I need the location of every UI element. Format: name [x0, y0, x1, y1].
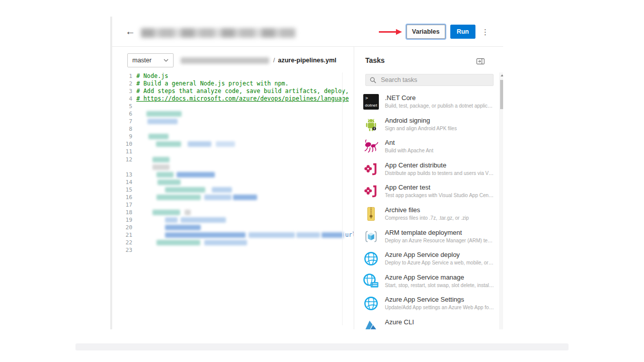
line-number: 3 — [112, 87, 132, 95]
code-comment-link[interactable]: # https://docs.microsoft.com/azure/devop… — [136, 95, 349, 102]
task-meta: Azure App Service deployDeploy to Azure … — [385, 250, 494, 267]
run-button[interactable]: Run — [450, 25, 475, 39]
line-number: 13 — [112, 171, 132, 178]
line-number: 23 — [112, 246, 132, 254]
code-row: 21url — [112, 231, 354, 239]
code-lines[interactable]: 1# Node.js2# Build a general Node.js pro… — [112, 72, 354, 329]
code-row: 7 — [112, 118, 354, 125]
redacted-code-blob — [212, 187, 232, 193]
task-name: Archive files — [385, 206, 494, 214]
line-content: # Build a general Node.js project with n… — [136, 80, 354, 87]
app-center-distribute-icon — [363, 161, 379, 177]
task-list-item[interactable]: Archive filesCompress files into .7z, .t… — [363, 206, 494, 222]
task-meta: Archive filesCompress files into .7z, .t… — [385, 206, 494, 222]
more-options-icon[interactable]: ⋮ — [481, 28, 489, 36]
task-name: Azure App Service manage — [385, 274, 494, 281]
dotnet-icon: >dotnet — [363, 94, 379, 110]
line-number: 7 — [112, 118, 132, 125]
task-list-item[interactable]: ARM template deploymentDeploy an Azure R… — [363, 228, 494, 245]
back-arrow-icon[interactable]: ← — [125, 25, 135, 38]
line-content: url — [136, 231, 354, 239]
code-row: 22 — [112, 239, 354, 246]
task-search-box — [365, 74, 494, 86]
task-list-item[interactable]: App Center testTest app packages with Vi… — [363, 183, 494, 200]
line-content — [136, 110, 354, 118]
path-separator: / — [273, 57, 275, 64]
task-meta: App Center testTest app packages with Vi… — [385, 183, 494, 200]
task-name: App Center distribute — [385, 161, 494, 169]
svg-text:dotnet: dotnet — [365, 103, 377, 108]
scrollbar-thumb[interactable] — [500, 80, 504, 109]
redacted-code-blob — [156, 195, 201, 200]
redacted-code-blob — [156, 240, 200, 245]
code-row: 1# Node.js — [112, 72, 354, 80]
code-comment: # Build a general Node.js project with n… — [136, 80, 289, 87]
line-number: 17 — [112, 201, 132, 209]
collapse-panel-icon[interactable] — [476, 57, 485, 66]
search-icon — [370, 77, 376, 83]
task-meta: Azure App Service SettingsUpdate/Add App… — [385, 295, 494, 312]
task-list-item[interactable]: Azure CLI — [363, 318, 494, 329]
line-content — [136, 171, 354, 178]
line-number: 1 — [112, 72, 132, 80]
task-list-item[interactable]: Azure App Service SettingsUpdate/Add App… — [363, 295, 494, 312]
task-list-item[interactable]: AntBuild with Apache Ant — [363, 138, 494, 155]
line-content — [136, 140, 354, 148]
redacted-code-blob — [204, 195, 231, 200]
branch-selector[interactable]: master — [127, 53, 174, 67]
code-row: 16 — [112, 194, 354, 201]
redacted-code-blob — [147, 119, 178, 124]
task-desc: Compress files into .7z, .tar.gz, or .zi… — [385, 215, 494, 221]
task-list-item[interactable]: Android signingSign and align Android AP… — [363, 116, 494, 133]
code-row: 2# Build a general Node.js project with … — [112, 80, 354, 87]
azure-app-service-deploy-icon — [363, 250, 379, 267]
code-row — [112, 163, 354, 171]
line-number: 19 — [112, 216, 132, 224]
code-row: 15 — [112, 186, 354, 194]
code-row: 5 — [112, 103, 354, 110]
code-row: 4# https://docs.microsoft.com/azure/devo… — [112, 95, 354, 103]
code-row: 18 — [112, 209, 354, 216]
line-number: 5 — [112, 103, 132, 110]
task-list-item[interactable]: Azure App Service deployDeploy to Azure … — [363, 250, 494, 267]
scrollbar-up-arrow-icon[interactable] — [501, 74, 504, 76]
task-list-item[interactable]: >dotnet.NET CoreBuild, test, package, or… — [363, 94, 494, 110]
redacted-code-blob — [216, 141, 235, 147]
line-content — [136, 239, 354, 246]
task-list-item[interactable]: App Center distributeDistribute app buil… — [363, 161, 494, 177]
line-number: 12 — [112, 156, 132, 163]
redacted-code-blob — [204, 240, 247, 245]
archive-files-icon — [363, 206, 379, 222]
tasks-scrollbar[interactable] — [499, 72, 503, 329]
yaml-editor-pane: master / azure-pipelines.yml 1# Node.js2… — [112, 47, 354, 329]
task-meta: Azure App Service manageStart, stop, res… — [385, 273, 494, 290]
task-desc: Build with Apache Ant — [385, 148, 494, 153]
line-number: 22 — [112, 239, 132, 246]
task-desc: Update/Add App settings an Azure Web App… — [385, 305, 494, 310]
redacted-code-blob — [146, 111, 182, 117]
task-meta: .NET CoreBuild, test, package, or publis… — [385, 94, 494, 110]
line-content — [136, 246, 354, 254]
line-content — [136, 125, 354, 133]
task-desc: Build, test, package, or publish a dotne… — [385, 103, 494, 109]
svg-text:>: > — [365, 96, 368, 101]
line-content — [136, 103, 354, 110]
redacted-code-blob — [165, 232, 246, 238]
task-list-item[interactable]: Azure App Service manageStart, stop, res… — [363, 273, 494, 290]
task-list: >dotnet.NET CoreBuild, test, package, or… — [363, 94, 494, 329]
line-content — [136, 133, 354, 140]
code-row: 6 — [112, 110, 354, 118]
variables-button[interactable]: Variables — [407, 25, 445, 39]
file-bar: master / azure-pipelines.yml — [127, 53, 337, 67]
task-search-input[interactable] — [380, 76, 489, 84]
redacted-code-blob — [296, 232, 320, 238]
line-content — [136, 216, 354, 224]
redacted-code-blob — [321, 232, 344, 238]
line-number: 2 — [112, 80, 132, 87]
redacted-code-blob — [233, 195, 257, 200]
tasks-panel-title: Tasks — [365, 56, 385, 64]
horizontal-page-scrollbar[interactable] — [75, 343, 569, 350]
line-content — [136, 186, 354, 194]
code-row: 10 — [112, 140, 354, 148]
pipeline-filename: azure-pipelines.yml — [278, 57, 336, 64]
